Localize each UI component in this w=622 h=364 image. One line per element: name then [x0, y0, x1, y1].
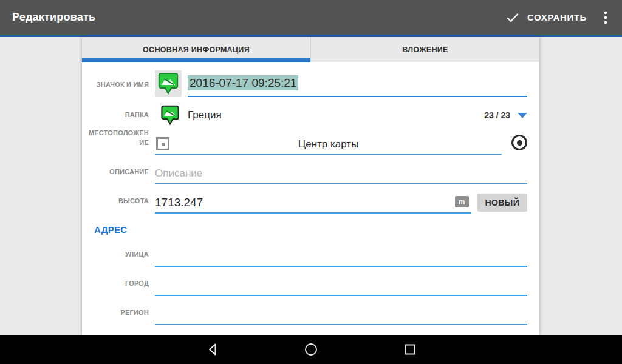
- tab-attachment[interactable]: ВЛОЖЕНИЕ: [310, 37, 539, 62]
- location-input[interactable]: Центр карты: [155, 135, 502, 155]
- street-row: УЛИЦА: [82, 241, 527, 271]
- app-bar-actions: СОХРАНИТЬ: [502, 5, 612, 30]
- description-input[interactable]: Описание: [155, 164, 527, 184]
- overflow-icon: [604, 10, 607, 25]
- folder-value: Греция: [188, 109, 484, 121]
- icon-name-row: ЗНАЧОК И ИМЯ 2016-07-17 09:25:21: [82, 62, 527, 101]
- city-row: ГОРОД: [82, 271, 527, 300]
- map-center-icon[interactable]: [156, 137, 169, 150]
- chevron-down-icon: [518, 113, 527, 118]
- tab-bar: ОСНОВНАЯ ИНФОРМАЦИЯ ВЛОЖЕНИЕ: [82, 37, 539, 62]
- icon-name-label: ЗНАЧОК И ИМЯ: [88, 80, 149, 90]
- overflow-menu-button[interactable]: [599, 7, 612, 29]
- back-icon: [205, 342, 220, 357]
- home-icon: [304, 342, 318, 357]
- app-bar: Редактировать СОХРАНИТЬ: [0, 0, 622, 35]
- home-button[interactable]: [296, 335, 326, 364]
- street-label: УЛИЦА: [88, 250, 149, 260]
- description-placeholder: Описание: [155, 167, 202, 180]
- edit-form: ЗНАЧОК И ИМЯ 2016-07-17 09:25:21 ПАПКА: [82, 62, 539, 335]
- save-button[interactable]: СОХРАНИТЬ: [502, 5, 590, 30]
- android-nav-bar: [0, 335, 622, 364]
- city-input[interactable]: [155, 275, 527, 296]
- recents-button[interactable]: [395, 335, 425, 364]
- tab-basic-info[interactable]: ОСНОВНАЯ ИНФОРМАЦИЯ: [82, 37, 310, 62]
- address-section-title: АДРЕС: [82, 217, 527, 241]
- region-input[interactable]: [155, 305, 527, 325]
- folder-marker-icon: [161, 105, 179, 126]
- location-row: МЕСТОПОЛОЖЕНИЕ Центр карты: [82, 130, 527, 159]
- folder-count: 23 / 23: [484, 110, 510, 120]
- region-row: РЕГИОН: [82, 300, 527, 329]
- region-label: РЕГИОН: [88, 308, 149, 318]
- altitude-label: ВЫСОТА: [88, 197, 149, 206]
- location-value: Центр карты: [155, 138, 502, 150]
- edit-panel: ОСНОВНАЯ ИНФОРМАЦИЯ ВЛОЖЕНИЕ ЗНАЧОК И ИМ…: [82, 37, 539, 335]
- street-value: [155, 246, 527, 266]
- altitude-value: 1713.247: [155, 196, 203, 209]
- page-title: Редактировать: [12, 11, 95, 24]
- back-button[interactable]: [198, 335, 227, 364]
- location-label: МЕСТОПОЛОЖЕНИЕ: [88, 129, 149, 148]
- description-label: ОПИСАНИЕ: [88, 167, 149, 177]
- check-icon: [505, 10, 520, 25]
- description-row: ОПИСАНИЕ Описание: [82, 159, 527, 188]
- region-value: [155, 305, 527, 324]
- altitude-unit-badge: m: [455, 196, 469, 207]
- altitude-row: ВЫСОТА 1713.247 m НОВЫЙ: [82, 188, 527, 217]
- tab-attachment-label: ВЛОЖЕНИЕ: [402, 46, 448, 54]
- folder-label: ПАПКА: [88, 110, 149, 120]
- name-input[interactable]: 2016-07-17 09:25:21: [188, 70, 527, 97]
- new-altitude-button[interactable]: НОВЫЙ: [477, 194, 527, 212]
- tab-basic-info-label: ОСНОВНАЯ ИНФОРМАЦИЯ: [143, 46, 250, 54]
- city-value: [155, 275, 527, 295]
- street-input[interactable]: [155, 246, 527, 267]
- name-value: 2016-07-17 09:25:21: [188, 76, 298, 90]
- folder-row[interactable]: ПАПКА Греция 23 / 23: [82, 101, 527, 130]
- gps-target-button[interactable]: [511, 135, 527, 150]
- save-button-label: СОХРАНИТЬ: [527, 12, 587, 22]
- recents-icon: [403, 342, 417, 357]
- map-marker-icon: [158, 72, 179, 95]
- city-label: ГОРОД: [88, 279, 149, 289]
- name-selected-text: 2016-07-17 09:25:21: [188, 75, 298, 90]
- altitude-input[interactable]: 1713.247 m: [155, 193, 471, 214]
- waypoint-icon-button[interactable]: [155, 70, 182, 97]
